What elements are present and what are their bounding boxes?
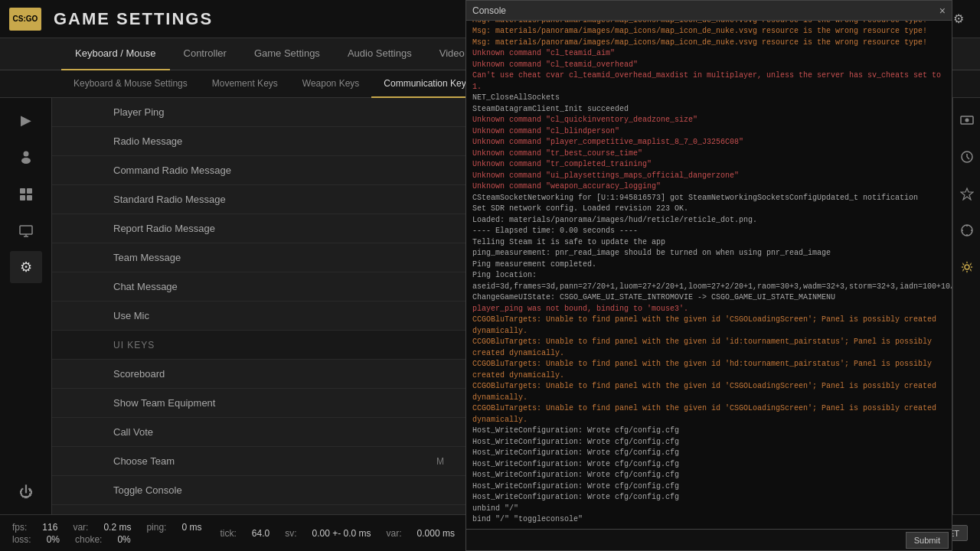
settings-item-use-mic[interactable]: Use Mic xyxy=(52,302,466,331)
tab-audio-settings[interactable]: Audio Settings xyxy=(334,38,426,70)
settings-item-choose-team[interactable]: Choose Team M xyxy=(52,447,466,476)
svg-rect-5 xyxy=(27,188,32,194)
sv-label: sv: xyxy=(285,528,296,539)
right-icon-settings[interactable] xyxy=(951,251,981,283)
console-close-button[interactable]: × xyxy=(939,5,946,16)
sub-tab-weapon-keys[interactable]: Weapon Keys xyxy=(290,70,372,98)
svg-line-15 xyxy=(967,157,969,159)
sidebar-icon-tv[interactable] xyxy=(10,214,42,246)
var2-value: 0.000 ms xyxy=(417,528,455,539)
right-icon-2[interactable] xyxy=(951,141,981,173)
console-title-bar: Console × xyxy=(466,1,952,21)
main-content: ▶ ⚙ ⏻ Player Ping Radio Message Command … xyxy=(0,98,980,514)
sidebar-icon-person[interactable] xyxy=(10,141,42,173)
svg-rect-6 xyxy=(20,195,25,201)
right-panel: Console × Unknown command "joy_lookspin_… xyxy=(466,98,952,514)
svg-point-2 xyxy=(23,152,28,157)
settings-item-radio-message[interactable]: Radio Message xyxy=(52,127,466,156)
settings-item-call-vote[interactable]: Call Vote xyxy=(52,418,466,447)
console-submit-button[interactable]: Submit xyxy=(906,532,949,549)
sub-tab-movement-keys[interactable]: Movement Keys xyxy=(200,70,290,98)
fps-value: 116 xyxy=(42,522,57,533)
choke-label: choke: xyxy=(75,534,102,545)
settings-item-scoreboard[interactable]: Scoreboard xyxy=(52,360,466,389)
loss-label: loss: xyxy=(12,534,31,545)
console-output[interactable]: Unknown command "joy_lookspin_default"Un… xyxy=(466,21,952,529)
settings-list: Player Ping Radio Message Command Radio … xyxy=(52,98,466,514)
choke-value: 0% xyxy=(117,534,130,545)
settings-item-toggle-console[interactable]: Toggle Console xyxy=(52,476,466,505)
console-title: Console xyxy=(472,5,506,16)
settings-section-ui-keys: UI Keys xyxy=(52,331,466,360)
tick-label: tick: xyxy=(220,528,236,539)
svg-rect-4 xyxy=(20,188,25,194)
status-row-loss: loss: 0% choke: 0% xyxy=(12,534,201,545)
right-icon-1[interactable] xyxy=(951,104,981,136)
tab-controller[interactable]: Controller xyxy=(170,38,240,70)
sub-tab-keyboard-mouse-settings[interactable]: Keyboard & Mouse Settings xyxy=(61,70,200,98)
console-input[interactable] xyxy=(466,536,906,545)
settings-item-chat-message[interactable]: Chat Message xyxy=(52,272,466,302)
settings-item-standard-radio-message[interactable]: Standard Radio Message xyxy=(52,185,466,214)
status-group-fps: fps: 116 var: 0.2 ms ping: 0 ms loss: 0%… xyxy=(12,522,201,545)
svg-point-12 xyxy=(965,119,969,122)
sidebar-icon-power[interactable]: ⏻ xyxy=(10,476,42,508)
right-icon-3[interactable] xyxy=(951,178,981,210)
csgo-logo: CS:GO xyxy=(9,8,41,31)
settings-item-show-team-equipment[interactable]: Show Team Equipment xyxy=(52,389,466,418)
sidebar-icon-play[interactable]: ▶ xyxy=(10,104,42,136)
sidebar-icon-settings[interactable]: ⚙ xyxy=(10,251,42,283)
svg-point-21 xyxy=(965,265,969,269)
sidebar-icon-inventory[interactable] xyxy=(10,178,42,210)
tab-keyboard-mouse[interactable]: Keyboard / Mouse xyxy=(61,38,170,70)
svg-rect-8 xyxy=(20,226,32,234)
var-value: 0.2 ms xyxy=(103,522,131,533)
status-row-tick: tick: 64.0 sv: 0.00 +- 0.0 ms var: 0.000… xyxy=(220,528,454,539)
left-sidebar: ▶ ⚙ ⏻ xyxy=(0,98,52,514)
page-title: GAME SETTINGS xyxy=(54,9,213,29)
settings-item-team-message[interactable]: Team Message xyxy=(52,243,466,272)
svg-point-16 xyxy=(962,225,972,236)
ping-value: 0 ms xyxy=(181,522,201,533)
svg-point-3 xyxy=(21,158,31,164)
var2-label: var: xyxy=(387,528,402,539)
console-input-row: Submit xyxy=(466,529,952,550)
fps-label: fps: xyxy=(12,522,27,533)
settings-item-report-radio-message[interactable]: Report Radio Message xyxy=(52,214,466,243)
settings-item-command-radio-message[interactable]: Command Radio Message xyxy=(52,156,466,185)
tab-game-settings[interactable]: Game Settings xyxy=(240,38,334,70)
loss-value: 0% xyxy=(47,534,60,545)
tick-value: 64.0 xyxy=(252,528,270,539)
right-icon-4[interactable] xyxy=(951,214,981,246)
sv-value: 0.00 +- 0.0 ms xyxy=(312,528,371,539)
var-label: var: xyxy=(73,522,88,533)
status-group-tick: tick: 64.0 sv: 0.00 +- 0.0 ms var: 0.000… xyxy=(220,528,454,539)
console-overlay: Console × Unknown command "joy_lookspin_… xyxy=(466,0,952,551)
right-icons xyxy=(952,98,980,514)
svg-rect-7 xyxy=(27,195,32,201)
ping-label: ping: xyxy=(146,522,166,533)
status-row-fps: fps: 116 var: 0.2 ms ping: 0 ms xyxy=(12,522,201,533)
settings-item-player-ping[interactable]: Player Ping xyxy=(52,98,466,127)
